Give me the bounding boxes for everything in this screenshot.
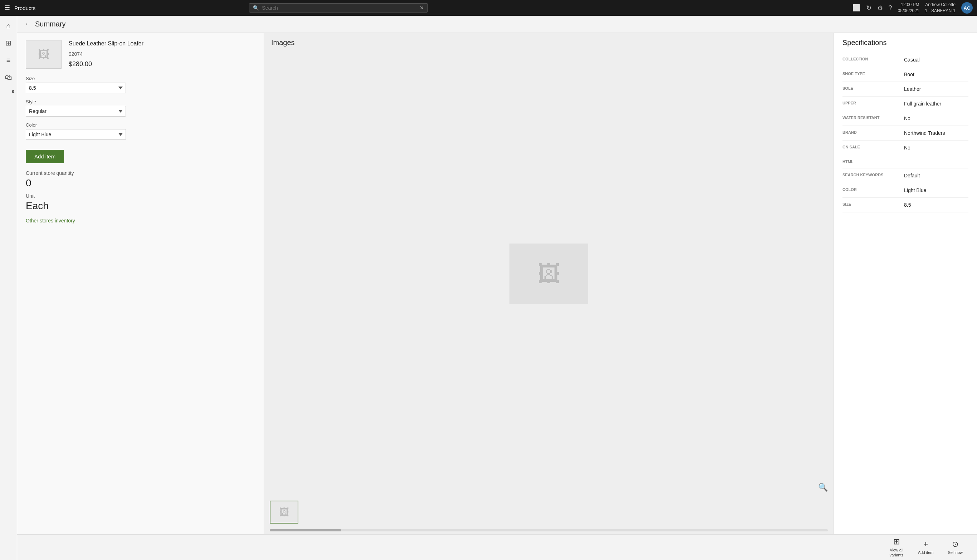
spec-row: BRANDNorthwind Traders (842, 126, 969, 140)
qty-section: Current store quantity 0 (26, 170, 255, 189)
specs-list: COLLECTIONCasualSHOE TYPEBootSOLELeather… (842, 53, 969, 212)
spec-key: COLOR (842, 187, 900, 192)
color-label: Color (26, 122, 255, 128)
sell-now-button[interactable]: ⊙ Sell now (940, 537, 970, 558)
qty-label: Current store quantity (26, 170, 255, 176)
zoom-icon[interactable]: 🔍 (818, 483, 828, 492)
product-price: $280.00 (69, 60, 143, 68)
monitor-icon[interactable]: ⬜ (852, 4, 860, 12)
topbar-actions: ⬜ ↻ ⚙ ? 12:00 PM 05/06/2021 Andrew Colle… (852, 2, 973, 14)
panel-summary: 🖼 Suede Leather Slip-on Loafer 92074 $28… (17, 33, 264, 534)
spec-value: No (904, 115, 910, 121)
thumbnail-1[interactable]: 🖼 (270, 501, 298, 523)
sidebar-item-home[interactable]: ⌂ (2, 18, 16, 33)
sidebar-item-grid[interactable]: ⊞ (2, 36, 16, 50)
thumbnail-icon: 🖼 (279, 507, 289, 518)
back-button[interactable]: ← (24, 20, 31, 28)
images-main: 🖼 🔍 (264, 50, 834, 498)
sell-now-icon: ⊙ (952, 540, 959, 549)
spec-row: SIZE8.5 (842, 198, 969, 212)
spec-row: UPPERFull grain leather (842, 97, 969, 111)
product-image-icon: 🖼 (38, 48, 49, 61)
search-icon: 🔍 (253, 5, 259, 11)
spec-key: SOLE (842, 86, 900, 90)
spec-row: WATER RESISTANTNo (842, 111, 969, 126)
help-icon[interactable]: ? (889, 4, 892, 12)
images-title: Images (264, 33, 834, 50)
view-all-variants-button[interactable]: ⊞ View allvariants (882, 534, 911, 560)
panel-specs: Specifications COLLECTIONCasualSHOE TYPE… (834, 33, 977, 534)
user-name: Andrew Collette (925, 2, 955, 8)
style-label: Style (26, 99, 255, 104)
spec-value: Boot (904, 72, 914, 77)
app-title: Products (14, 5, 35, 11)
add-item-bottom-button[interactable]: + Add item (911, 537, 940, 558)
spec-value: Casual (904, 57, 920, 63)
close-icon[interactable]: ✕ (420, 5, 424, 11)
list-icon: ≡ (7, 56, 11, 64)
spec-key: SHOE TYPE (842, 72, 900, 76)
product-sku: 92074 (69, 51, 143, 57)
spec-key: UPPER (842, 101, 900, 105)
spec-key: COLLECTION (842, 57, 900, 61)
unit-label: Unit (26, 193, 255, 199)
search-bar[interactable]: 🔍 ✕ (249, 3, 428, 13)
qty-value: 0 (26, 177, 255, 189)
search-input[interactable] (262, 5, 417, 11)
panels: 🖼 Suede Leather Slip-on Loafer 92074 $28… (17, 33, 977, 534)
product-info: Suede Leather Slip-on Loafer 92074 $280.… (69, 40, 143, 69)
thumbnails-row: 🖼 (264, 498, 834, 529)
sell-now-label: Sell now (948, 550, 963, 555)
spec-key: SIZE (842, 202, 900, 206)
product-name: Suede Leather Slip-on Loafer (69, 40, 143, 48)
menu-icon[interactable]: ☰ (4, 4, 10, 12)
style-select[interactable]: Regular Wide Narrow (26, 106, 126, 117)
horizontal-scrollbar[interactable] (270, 529, 828, 532)
add-item-bottom-label: Add item (918, 550, 934, 555)
sidebar-item-bag[interactable]: 🛍 (2, 70, 16, 84)
badge-count: 0 (12, 89, 14, 94)
date: 05/06/2021 (898, 8, 919, 14)
other-stores-link[interactable]: Other stores inventory (26, 218, 75, 223)
product-card: 🖼 Suede Leather Slip-on Loafer 92074 $28… (26, 40, 255, 69)
spec-value: Default (904, 173, 920, 178)
topbar: ☰ Products 🔍 ✕ ⬜ ↻ ⚙ ? 12:00 PM 05/06/20… (0, 0, 977, 16)
spec-row: HTML (842, 155, 969, 168)
spec-row: SHOE TYPEBoot (842, 67, 969, 82)
panel-images: Images 🖼 🔍 🖼 (264, 33, 834, 534)
spec-value: Northwind Traders (904, 130, 945, 136)
refresh-icon[interactable]: ↻ (866, 4, 872, 12)
spec-value: Leather (904, 86, 921, 92)
add-item-button[interactable]: Add item (26, 150, 64, 163)
sidebar: ⌂ ⊞ ≡ 🛍 0 (0, 16, 17, 560)
color-section: Color Light Blue Brown Black White (26, 122, 255, 140)
store-label: 1 - SANFRAN-1 (925, 8, 955, 14)
spec-key: SEARCH KEYWORDS (842, 173, 900, 177)
page-title: Summary (35, 20, 66, 28)
spec-value: Full grain leather (904, 101, 941, 107)
spec-key: WATER RESISTANT (842, 115, 900, 120)
product-image: 🖼 (26, 40, 62, 69)
unit-section: Unit Each (26, 193, 255, 212)
avatar[interactable]: AC (961, 2, 973, 13)
spec-value: 8.5 (904, 202, 911, 208)
unit-value: Each (26, 200, 255, 212)
spec-row: COLORLight Blue (842, 183, 969, 198)
app-body: ⌂ ⊞ ≡ 🛍 0 ← Summary 🖼 (0, 16, 977, 560)
spec-key: BRAND (842, 130, 900, 135)
settings-icon[interactable]: ⚙ (877, 4, 883, 12)
size-select[interactable]: 8.5 9 9.5 10 (26, 83, 126, 93)
style-section: Style Regular Wide Narrow (26, 99, 255, 117)
view-all-icon: ⊞ (893, 537, 900, 547)
view-all-label: View allvariants (890, 548, 904, 557)
spec-value: Light Blue (904, 187, 926, 193)
size-label: Size (26, 76, 255, 81)
sidebar-item-list[interactable]: ≡ (2, 53, 16, 67)
sidebar-item-badge[interactable]: 0 (2, 87, 16, 102)
spec-key: ON SALE (842, 145, 900, 149)
main-product-image: 🖼 (509, 243, 588, 304)
grid-icon: ⊞ (5, 38, 12, 47)
bag-icon: 🛍 (5, 73, 12, 82)
main-image-icon: 🖼 (537, 261, 560, 287)
color-select[interactable]: Light Blue Brown Black White (26, 129, 126, 140)
